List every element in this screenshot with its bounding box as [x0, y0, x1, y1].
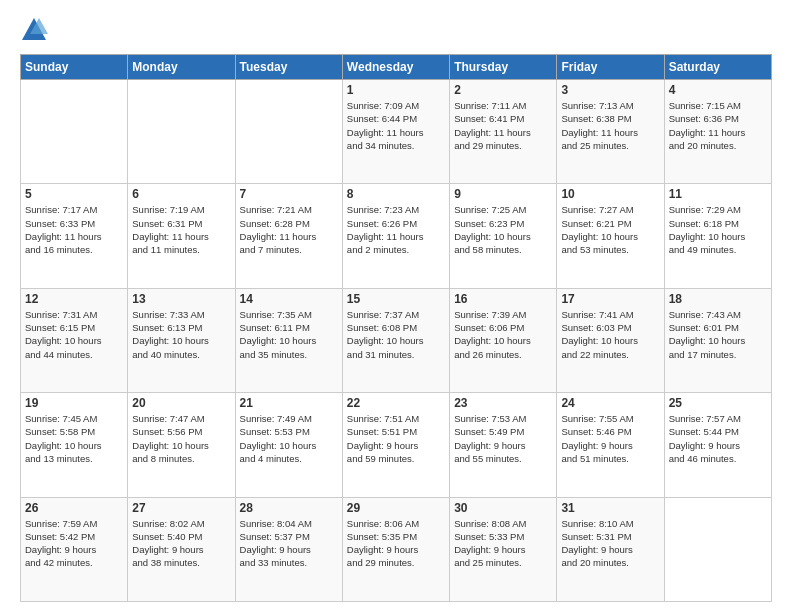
- calendar-cell: 12Sunrise: 7:31 AM Sunset: 6:15 PM Dayli…: [21, 288, 128, 392]
- day-number: 19: [25, 396, 123, 410]
- day-number: 4: [669, 83, 767, 97]
- day-info: Sunrise: 7:55 AM Sunset: 5:46 PM Dayligh…: [561, 412, 659, 465]
- day-number: 29: [347, 501, 445, 515]
- day-info: Sunrise: 7:11 AM Sunset: 6:41 PM Dayligh…: [454, 99, 552, 152]
- calendar-cell: [21, 80, 128, 184]
- day-info: Sunrise: 7:19 AM Sunset: 6:31 PM Dayligh…: [132, 203, 230, 256]
- calendar-cell: 13Sunrise: 7:33 AM Sunset: 6:13 PM Dayli…: [128, 288, 235, 392]
- calendar-cell: 17Sunrise: 7:41 AM Sunset: 6:03 PM Dayli…: [557, 288, 664, 392]
- day-info: Sunrise: 8:08 AM Sunset: 5:33 PM Dayligh…: [454, 517, 552, 570]
- calendar-cell: 30Sunrise: 8:08 AM Sunset: 5:33 PM Dayli…: [450, 497, 557, 601]
- weekday-header-thursday: Thursday: [450, 55, 557, 80]
- day-number: 1: [347, 83, 445, 97]
- calendar-table: SundayMondayTuesdayWednesdayThursdayFrid…: [20, 54, 772, 602]
- day-number: 7: [240, 187, 338, 201]
- calendar-cell: 15Sunrise: 7:37 AM Sunset: 6:08 PM Dayli…: [342, 288, 449, 392]
- day-info: Sunrise: 7:27 AM Sunset: 6:21 PM Dayligh…: [561, 203, 659, 256]
- day-number: 22: [347, 396, 445, 410]
- calendar-cell: 18Sunrise: 7:43 AM Sunset: 6:01 PM Dayli…: [664, 288, 771, 392]
- day-number: 31: [561, 501, 659, 515]
- day-info: Sunrise: 7:57 AM Sunset: 5:44 PM Dayligh…: [669, 412, 767, 465]
- calendar-cell: 26Sunrise: 7:59 AM Sunset: 5:42 PM Dayli…: [21, 497, 128, 601]
- week-row-5: 26Sunrise: 7:59 AM Sunset: 5:42 PM Dayli…: [21, 497, 772, 601]
- calendar-cell: [664, 497, 771, 601]
- logo-icon: [20, 16, 48, 44]
- day-info: Sunrise: 7:49 AM Sunset: 5:53 PM Dayligh…: [240, 412, 338, 465]
- calendar-cell: 2Sunrise: 7:11 AM Sunset: 6:41 PM Daylig…: [450, 80, 557, 184]
- day-number: 26: [25, 501, 123, 515]
- weekday-header-monday: Monday: [128, 55, 235, 80]
- calendar-cell: 25Sunrise: 7:57 AM Sunset: 5:44 PM Dayli…: [664, 393, 771, 497]
- day-info: Sunrise: 8:02 AM Sunset: 5:40 PM Dayligh…: [132, 517, 230, 570]
- day-info: Sunrise: 7:35 AM Sunset: 6:11 PM Dayligh…: [240, 308, 338, 361]
- day-number: 24: [561, 396, 659, 410]
- weekday-header-sunday: Sunday: [21, 55, 128, 80]
- day-info: Sunrise: 7:51 AM Sunset: 5:51 PM Dayligh…: [347, 412, 445, 465]
- day-number: 17: [561, 292, 659, 306]
- day-number: 20: [132, 396, 230, 410]
- day-info: Sunrise: 8:04 AM Sunset: 5:37 PM Dayligh…: [240, 517, 338, 570]
- day-info: Sunrise: 7:15 AM Sunset: 6:36 PM Dayligh…: [669, 99, 767, 152]
- weekday-header-saturday: Saturday: [664, 55, 771, 80]
- page: SundayMondayTuesdayWednesdayThursdayFrid…: [0, 0, 792, 612]
- day-number: 8: [347, 187, 445, 201]
- day-info: Sunrise: 7:25 AM Sunset: 6:23 PM Dayligh…: [454, 203, 552, 256]
- day-number: 12: [25, 292, 123, 306]
- day-number: 15: [347, 292, 445, 306]
- day-number: 27: [132, 501, 230, 515]
- week-row-2: 5Sunrise: 7:17 AM Sunset: 6:33 PM Daylig…: [21, 184, 772, 288]
- day-number: 21: [240, 396, 338, 410]
- calendar-cell: 29Sunrise: 8:06 AM Sunset: 5:35 PM Dayli…: [342, 497, 449, 601]
- day-info: Sunrise: 7:13 AM Sunset: 6:38 PM Dayligh…: [561, 99, 659, 152]
- weekday-header-row: SundayMondayTuesdayWednesdayThursdayFrid…: [21, 55, 772, 80]
- calendar-cell: 7Sunrise: 7:21 AM Sunset: 6:28 PM Daylig…: [235, 184, 342, 288]
- calendar-cell: [128, 80, 235, 184]
- day-info: Sunrise: 7:39 AM Sunset: 6:06 PM Dayligh…: [454, 308, 552, 361]
- calendar-cell: 6Sunrise: 7:19 AM Sunset: 6:31 PM Daylig…: [128, 184, 235, 288]
- logo: [20, 16, 52, 44]
- calendar-cell: 11Sunrise: 7:29 AM Sunset: 6:18 PM Dayli…: [664, 184, 771, 288]
- day-number: 10: [561, 187, 659, 201]
- day-number: 30: [454, 501, 552, 515]
- calendar-cell: 21Sunrise: 7:49 AM Sunset: 5:53 PM Dayli…: [235, 393, 342, 497]
- day-info: Sunrise: 7:47 AM Sunset: 5:56 PM Dayligh…: [132, 412, 230, 465]
- day-number: 16: [454, 292, 552, 306]
- day-number: 6: [132, 187, 230, 201]
- calendar-cell: 22Sunrise: 7:51 AM Sunset: 5:51 PM Dayli…: [342, 393, 449, 497]
- calendar-cell: 19Sunrise: 7:45 AM Sunset: 5:58 PM Dayli…: [21, 393, 128, 497]
- calendar-cell: 16Sunrise: 7:39 AM Sunset: 6:06 PM Dayli…: [450, 288, 557, 392]
- day-number: 9: [454, 187, 552, 201]
- week-row-1: 1Sunrise: 7:09 AM Sunset: 6:44 PM Daylig…: [21, 80, 772, 184]
- calendar-cell: 5Sunrise: 7:17 AM Sunset: 6:33 PM Daylig…: [21, 184, 128, 288]
- day-info: Sunrise: 8:10 AM Sunset: 5:31 PM Dayligh…: [561, 517, 659, 570]
- week-row-3: 12Sunrise: 7:31 AM Sunset: 6:15 PM Dayli…: [21, 288, 772, 392]
- calendar-cell: 8Sunrise: 7:23 AM Sunset: 6:26 PM Daylig…: [342, 184, 449, 288]
- calendar-cell: 9Sunrise: 7:25 AM Sunset: 6:23 PM Daylig…: [450, 184, 557, 288]
- weekday-header-wednesday: Wednesday: [342, 55, 449, 80]
- day-info: Sunrise: 7:45 AM Sunset: 5:58 PM Dayligh…: [25, 412, 123, 465]
- day-number: 13: [132, 292, 230, 306]
- day-info: Sunrise: 7:33 AM Sunset: 6:13 PM Dayligh…: [132, 308, 230, 361]
- calendar-cell: 4Sunrise: 7:15 AM Sunset: 6:36 PM Daylig…: [664, 80, 771, 184]
- weekday-header-tuesday: Tuesday: [235, 55, 342, 80]
- calendar-cell: 10Sunrise: 7:27 AM Sunset: 6:21 PM Dayli…: [557, 184, 664, 288]
- day-info: Sunrise: 7:37 AM Sunset: 6:08 PM Dayligh…: [347, 308, 445, 361]
- day-number: 3: [561, 83, 659, 97]
- calendar-cell: 23Sunrise: 7:53 AM Sunset: 5:49 PM Dayli…: [450, 393, 557, 497]
- week-row-4: 19Sunrise: 7:45 AM Sunset: 5:58 PM Dayli…: [21, 393, 772, 497]
- day-number: 28: [240, 501, 338, 515]
- calendar-cell: 3Sunrise: 7:13 AM Sunset: 6:38 PM Daylig…: [557, 80, 664, 184]
- day-number: 2: [454, 83, 552, 97]
- day-info: Sunrise: 7:23 AM Sunset: 6:26 PM Dayligh…: [347, 203, 445, 256]
- header: [20, 16, 772, 44]
- day-info: Sunrise: 7:59 AM Sunset: 5:42 PM Dayligh…: [25, 517, 123, 570]
- day-number: 25: [669, 396, 767, 410]
- day-info: Sunrise: 7:29 AM Sunset: 6:18 PM Dayligh…: [669, 203, 767, 256]
- calendar-cell: 20Sunrise: 7:47 AM Sunset: 5:56 PM Dayli…: [128, 393, 235, 497]
- day-info: Sunrise: 7:53 AM Sunset: 5:49 PM Dayligh…: [454, 412, 552, 465]
- day-number: 11: [669, 187, 767, 201]
- weekday-header-friday: Friday: [557, 55, 664, 80]
- calendar-cell: 1Sunrise: 7:09 AM Sunset: 6:44 PM Daylig…: [342, 80, 449, 184]
- day-info: Sunrise: 7:41 AM Sunset: 6:03 PM Dayligh…: [561, 308, 659, 361]
- day-info: Sunrise: 8:06 AM Sunset: 5:35 PM Dayligh…: [347, 517, 445, 570]
